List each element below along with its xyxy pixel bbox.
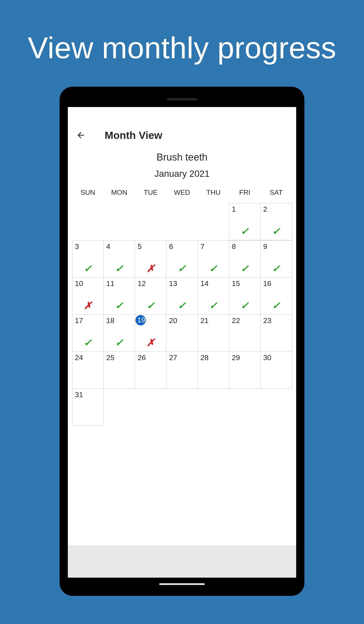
weekday-mon: MON [104,185,135,200]
check-icon: ✓ [272,225,280,237]
calendar-cell[interactable]: 27 [166,351,198,389]
weekday-tue: TUE [135,185,166,200]
day-number: 2 [263,205,267,213]
day-number: 17 [75,316,83,325]
day-number: 26 [138,353,146,362]
day-number: 24 [75,353,83,362]
app-bar: Month View [68,107,296,148]
day-number: 15 [232,279,240,288]
appbar-title: Month View [105,129,162,141]
day-number: 23 [263,316,271,325]
day-number: 29 [232,353,240,362]
calendar-cell[interactable]: 12✓ [135,277,166,314]
calendar-cell [198,203,229,240]
calendar-cell [198,389,229,426]
check-icon: ✓ [178,300,186,311]
day-number: 7 [200,242,205,251]
check-icon: ✓ [240,300,249,311]
day-number: 12 [138,279,146,288]
weekday-header: SUN MON TUE WED THU FRI SAT [72,185,292,200]
calendar-cell [229,389,260,426]
calendar-cell[interactable]: 2✓ [260,203,292,240]
calendar-cell [72,203,104,240]
check-icon: ✓ [209,300,217,311]
calendar-cell[interactable]: 5✗ [135,240,166,278]
calendar-cell[interactable]: 28 [198,351,229,389]
day-number: 10 [75,279,83,288]
calendar-cell[interactable]: 19✗ [135,314,166,352]
cross-icon: ✗ [84,300,92,311]
calendar-cell[interactable]: 4✓ [103,240,135,278]
calendar-cell[interactable]: 1✓ [229,203,261,240]
calendar-cell[interactable]: 10✗ [72,277,104,314]
calendar-cell [104,389,135,426]
calendar-cell[interactable]: 26 [135,351,166,389]
calendar-cell[interactable]: 15✓ [229,277,261,314]
weekday-wed: WED [166,185,198,200]
calendar-cell[interactable]: 30 [260,351,292,389]
calendar-cell[interactable]: 29 [229,351,261,389]
calendar-cell[interactable]: 3✓ [72,240,104,278]
calendar-cell[interactable]: 18✓ [103,314,135,352]
calendar-cell[interactable]: 23 [260,314,292,352]
calendar-cell[interactable]: 7✓ [198,240,229,278]
day-number: 8 [232,242,236,251]
weekday-sun: SUN [72,185,104,200]
calendar-cell[interactable]: 17✓ [72,314,104,352]
day-number: 9 [263,242,267,251]
calendar-cell[interactable]: 16✓ [260,277,292,314]
back-button[interactable] [74,129,87,142]
promo-headline: View monthly progress [0,30,364,65]
day-number: 6 [169,242,173,251]
day-number: 20 [169,316,177,325]
calendar-cell[interactable]: 9✓ [260,240,292,278]
calendar-cell[interactable]: 22 [229,314,261,352]
check-icon: ✓ [240,225,249,237]
check-icon: ✓ [147,300,155,311]
day-number: 21 [200,316,209,325]
phone-inner: Month View Brush teeth January 2021 SUN … [65,92,299,591]
calendar-cell [135,203,166,240]
cross-icon: ✗ [147,262,155,274]
day-number: 27 [169,353,177,362]
day-number: 4 [106,242,110,251]
calendar-cell [260,389,292,426]
check-icon: ✓ [84,337,92,348]
check-icon: ✓ [84,262,92,274]
day-number: 13 [169,279,177,288]
day-number: 18 [106,316,114,325]
check-icon: ✓ [240,262,249,274]
calendar-cell[interactable]: 8✓ [229,240,261,278]
app-screen: Month View Brush teeth January 2021 SUN … [68,107,296,578]
calendar-cell [104,203,135,240]
calendar-cell[interactable]: 21 [198,314,229,352]
check-icon: ✓ [178,262,186,274]
calendar-cell[interactable]: 25 [103,351,135,389]
weekday-fri: FRI [229,185,260,200]
day-number: 3 [75,242,79,251]
month-label: January 2021 [68,169,296,179]
calendar-cell[interactable]: 6✓ [166,240,198,278]
check-icon: ✓ [272,300,280,311]
habit-name: Brush teeth [68,151,296,163]
cross-icon: ✗ [147,337,155,348]
check-icon: ✓ [115,300,124,311]
calendar-grid: 1✓2✓3✓4✓5✗6✓7✓8✓9✓10✗11✓12✓13✓14✓15✓16✓1… [72,203,292,426]
calendar-cell[interactable]: 11✓ [103,277,135,314]
arrow-left-icon [76,130,86,140]
day-number: 19 [137,316,145,324]
calendar-cell[interactable]: 14✓ [198,277,229,314]
home-indicator [159,583,205,585]
calendar-cell[interactable]: 24 [72,351,104,389]
calendar-cell[interactable]: 13✓ [166,277,198,314]
calendar-cell[interactable]: 20 [166,314,198,352]
calendar-cell [135,389,166,426]
phone-frame: Month View Brush teeth January 2021 SUN … [60,87,304,596]
day-number: 5 [138,242,142,251]
phone-speaker [167,98,197,101]
day-number: 31 [75,390,83,399]
day-number: 11 [106,279,114,288]
calendar-cell[interactable]: 31 [72,389,104,426]
calendar-cell [166,389,198,426]
day-number: 30 [263,353,271,362]
